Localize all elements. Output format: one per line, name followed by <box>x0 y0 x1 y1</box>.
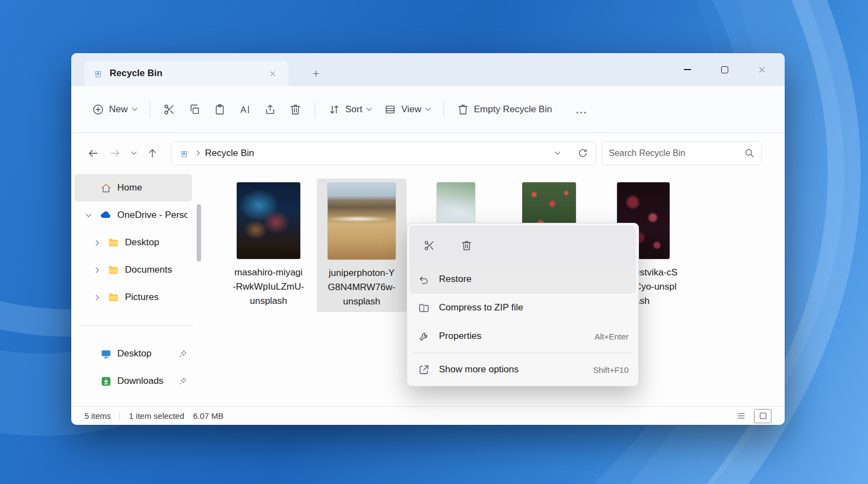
sidebar: Home OneDrive - Perso Desktop <box>71 173 203 406</box>
menu-item-compress[interactable]: Compress to ZIP file <box>409 293 636 322</box>
close-button[interactable] <box>743 53 780 86</box>
new-button[interactable]: New <box>85 98 143 121</box>
recycle-bin-icon <box>93 68 103 78</box>
new-tab-button[interactable] <box>306 64 326 83</box>
selection-count: 1 item selected <box>129 411 184 420</box>
sidebar-item-desktop[interactable]: Desktop <box>75 229 192 256</box>
up-button[interactable] <box>141 142 163 164</box>
share-button[interactable] <box>258 98 283 121</box>
context-menu: Restore Compress to ZIP file Properties … <box>407 223 639 387</box>
pin-icon <box>179 377 187 385</box>
details-view-icon <box>736 411 746 420</box>
folder-icon <box>107 264 119 276</box>
navigation-bar: Recycle Bin <box>71 133 785 173</box>
sort-button-label: Sort <box>345 104 362 115</box>
share-icon <box>264 103 276 116</box>
plus-circle-icon <box>92 103 104 116</box>
sidebar-item-label: Desktop <box>117 348 151 359</box>
onedrive-icon <box>100 209 112 221</box>
toolbar-separator <box>315 101 315 118</box>
view-button-label: View <box>401 104 421 115</box>
file-item-selected[interactable]: juniperphoton-Y G8N4MRW76w- unsplash <box>317 178 407 312</box>
sidebar-item-label: Desktop <box>125 237 159 248</box>
details-view-button[interactable] <box>732 409 750 423</box>
desktop-icon <box>100 348 112 360</box>
address-bar[interactable]: Recycle Bin <box>171 141 596 165</box>
copy-button[interactable] <box>182 98 207 121</box>
rename-button[interactable] <box>232 98 258 121</box>
sort-button[interactable]: Sort <box>322 98 378 121</box>
thumbnail-view-button[interactable] <box>754 409 772 423</box>
recent-locations-button[interactable] <box>126 142 141 164</box>
chevron-down-icon <box>132 106 138 111</box>
sidebar-item-label: OneDrive - Perso <box>117 210 187 221</box>
forward-button[interactable] <box>104 142 126 164</box>
tab-recycle-bin[interactable]: Recycle Bin <box>84 61 288 86</box>
chevron-down-icon <box>425 106 431 111</box>
sidebar-item-downloads[interactable]: Downloads <box>75 367 192 395</box>
menu-item-properties[interactable]: Properties Alt+Enter <box>409 322 636 350</box>
chevron-right-icon <box>90 241 102 245</box>
delete-button[interactable] <box>283 98 308 121</box>
folder-icon <box>107 237 119 249</box>
file-thumbnail <box>328 183 396 260</box>
sidebar-item-pictures[interactable]: Pictures <box>75 284 192 311</box>
cut-button[interactable] <box>157 98 182 121</box>
scissors-icon <box>424 240 435 251</box>
tab-close-button[interactable] <box>265 66 279 80</box>
chevron-down-icon <box>131 149 136 155</box>
sidebar-divider <box>81 325 193 326</box>
home-icon <box>100 182 112 194</box>
minimize-icon <box>684 69 691 70</box>
sidebar-scrollbar[interactable] <box>197 204 201 262</box>
items-count: 5 items <box>84 411 111 420</box>
menu-item-label: Show more options <box>439 364 519 375</box>
paste-icon <box>214 103 226 116</box>
menu-item-restore[interactable]: Restore <box>409 265 636 293</box>
sidebar-item-onedrive[interactable]: OneDrive - Perso <box>75 201 192 229</box>
context-cut-button[interactable] <box>417 234 441 256</box>
command-toolbar: New Sort <box>71 86 785 133</box>
recycle-bin-icon <box>179 148 189 158</box>
menu-item-shortcut: Shift+F10 <box>593 365 629 374</box>
minimize-button[interactable] <box>669 53 706 86</box>
downloads-icon <box>100 375 112 387</box>
paste-button[interactable] <box>207 98 232 121</box>
sidebar-item-documents[interactable]: Documents <box>75 256 192 284</box>
toolbar-separator <box>443 101 444 118</box>
context-menu-icon-row <box>409 226 636 265</box>
chevron-right-icon <box>90 296 102 299</box>
maximize-icon <box>721 66 728 73</box>
selection-size: 6.07 MB <box>193 411 224 420</box>
menu-item-show-more-options[interactable]: Show more options Shift+F10 <box>409 355 636 384</box>
search-icon <box>744 148 755 158</box>
refresh-button[interactable] <box>578 148 588 158</box>
statusbar: 5 items 1 item selected 6.07 MB <box>71 406 785 425</box>
view-button[interactable]: View <box>378 98 437 121</box>
more-options-button[interactable]: … <box>568 101 594 118</box>
maximize-button[interactable] <box>706 53 743 86</box>
file-item[interactable]: masahiro-miyagi -RwkWpIuLZmU- unsplash <box>225 182 312 308</box>
search-input[interactable] <box>609 148 740 158</box>
toolbar-separator <box>150 101 150 118</box>
arrow-up-icon <box>146 147 158 159</box>
context-delete-button[interactable] <box>454 234 478 256</box>
chevron-down-icon <box>82 215 94 216</box>
close-icon <box>758 66 766 74</box>
empty-recycle-bin-button[interactable]: Empty Recycle Bin <box>450 98 559 121</box>
chevron-right-icon <box>195 151 200 156</box>
sidebar-item-desktop-pinned[interactable]: Desktop <box>75 340 192 367</box>
breadcrumb-location[interactable]: Recycle Bin <box>205 148 254 159</box>
file-thumbnail <box>237 182 300 259</box>
statusbar-divider <box>119 412 120 420</box>
menu-item-label: Properties <box>439 331 481 342</box>
back-button[interactable] <box>82 142 104 164</box>
sidebar-item-home[interactable]: Home <box>75 174 192 201</box>
address-dropdown-chevron-icon[interactable] <box>555 149 561 155</box>
empty-recycle-bin-label: Empty Recycle Bin <box>474 104 552 115</box>
wrench-icon <box>417 331 430 342</box>
titlebar: Recycle Bin <box>71 53 785 86</box>
window-controls <box>669 53 780 86</box>
scissors-icon <box>163 103 175 116</box>
file-name: masahiro-miyagi -RwkWpIuLZmU- unsplash <box>233 266 304 308</box>
